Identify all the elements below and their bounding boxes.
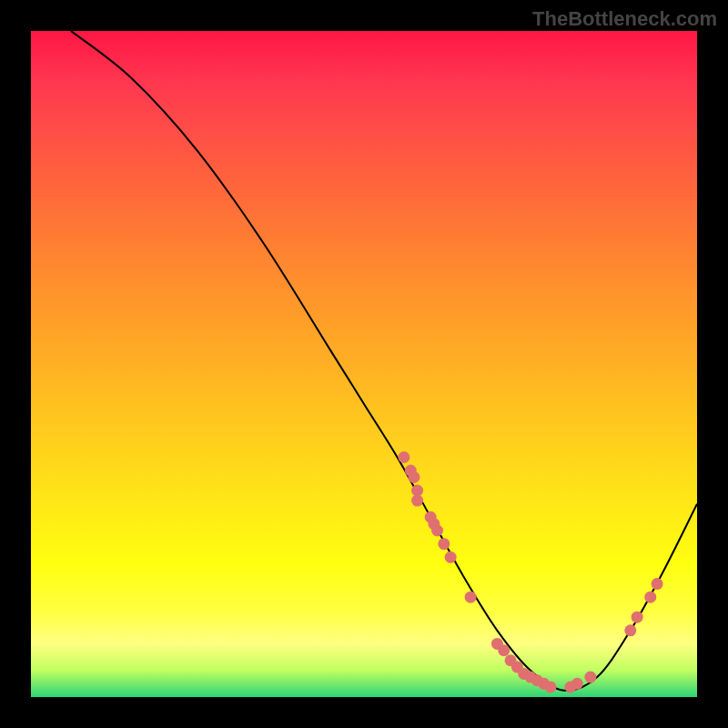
data-point <box>632 612 643 623</box>
data-point <box>498 644 510 656</box>
data-point <box>644 592 656 603</box>
data-point <box>408 471 420 483</box>
chart-plot-area <box>31 31 697 697</box>
data-point <box>544 682 556 693</box>
chart-container: TheBottleneck.com <box>0 0 728 728</box>
data-point <box>431 525 443 537</box>
data-point <box>445 551 457 563</box>
chart-svg <box>31 31 697 697</box>
data-point <box>584 672 596 683</box>
data-points-group <box>398 451 662 693</box>
data-point <box>398 451 410 463</box>
data-point <box>438 538 450 550</box>
data-point <box>624 624 636 636</box>
data-point <box>652 578 663 590</box>
watermark-text: TheBottleneck.com <box>532 7 717 31</box>
data-point <box>411 495 423 507</box>
bottleneck-curve <box>71 31 697 691</box>
data-point <box>465 592 477 603</box>
data-point <box>571 678 583 690</box>
